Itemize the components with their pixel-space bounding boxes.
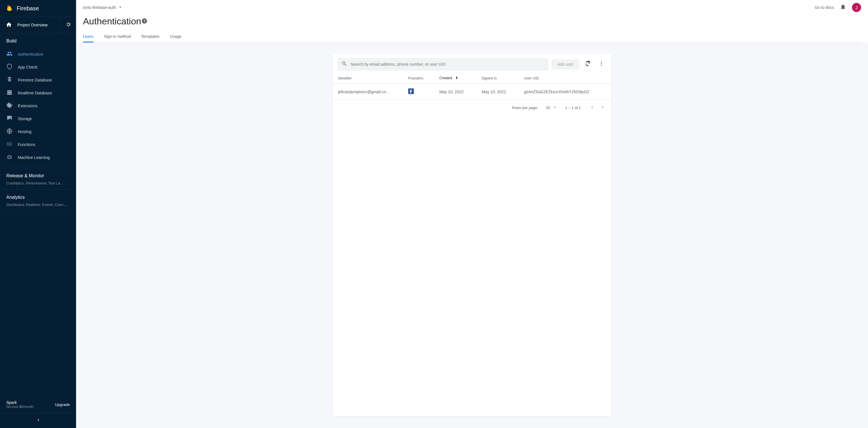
sidebar-item-authentication[interactable]: Authentication xyxy=(0,47,76,61)
tab-users[interactable]: Users xyxy=(83,31,94,42)
topbar: ionic-firebase-auth Go to docs J xyxy=(76,0,868,12)
robot-icon xyxy=(6,154,12,161)
table-row[interactable]: jelicastanojevicc@gmail.co… May 10, 2022… xyxy=(333,84,611,100)
svg-point-6 xyxy=(9,144,10,144)
brand-text: Firebase xyxy=(17,5,39,12)
content: Add user Identifier Providers Created xyxy=(76,42,868,428)
brand[interactable]: Firebase xyxy=(0,0,76,17)
puzzle-icon xyxy=(6,102,12,109)
project-overview-link[interactable]: Project Overview xyxy=(0,18,60,33)
next-page-button[interactable] xyxy=(600,104,606,111)
chevron-left-icon xyxy=(35,417,41,424)
rows-per-page-label: Rows per page: xyxy=(512,105,538,110)
section-title-release[interactable]: Release & Monitor xyxy=(0,168,76,181)
cell-providers xyxy=(403,84,434,100)
cell-created: May 10, 2022 xyxy=(434,84,476,100)
svg-point-14 xyxy=(601,63,601,64)
col-identifier[interactable]: Identifier xyxy=(333,73,403,84)
page-range: 1 – 1 of 1 xyxy=(565,105,581,110)
svg-rect-2 xyxy=(7,94,12,95)
more-vert-icon xyxy=(598,61,604,68)
sidebar: Firebase Project Overview Build Authenti… xyxy=(0,0,76,428)
chevron-left-icon xyxy=(589,104,595,110)
sidebar-label: Firestore Database xyxy=(18,78,52,82)
search-icon xyxy=(342,61,347,68)
svg-point-15 xyxy=(601,65,601,66)
page-head: Authentication ? Users Sign-in method Te… xyxy=(76,12,868,42)
settings-button[interactable] xyxy=(60,17,76,33)
svg-text:?: ? xyxy=(143,19,146,23)
section-title-build[interactable]: Build xyxy=(0,33,76,46)
search-input[interactable] xyxy=(351,62,545,67)
firestore-icon xyxy=(6,76,12,84)
users-table: Identifier Providers Created Signed In U… xyxy=(333,73,611,100)
sidebar-item-functions[interactable]: Functions xyxy=(0,138,76,151)
gear-icon xyxy=(65,22,71,28)
section-sub-analytics: Dashboard, Realtime, Events, Conv… xyxy=(0,203,76,211)
search-field[interactable] xyxy=(338,58,549,71)
collapse-sidebar-button[interactable] xyxy=(0,413,76,428)
cell-user-uid: gzAnZ5uG2EZkxuU0ne6YJ5O9jsG2 xyxy=(519,84,611,100)
sidebar-item-app-check[interactable]: App Check xyxy=(0,61,76,73)
sidebar-label: Realtime Database xyxy=(18,91,52,95)
user-avatar[interactable]: J xyxy=(852,3,861,12)
page-title: Authentication xyxy=(83,16,141,27)
functions-icon xyxy=(6,141,12,148)
go-to-docs-link[interactable]: Go to docs xyxy=(815,5,834,10)
cell-identifier: jelicastanojevicc@gmail.co… xyxy=(333,84,403,100)
facebook-icon xyxy=(408,90,414,95)
col-signed-in[interactable]: Signed In xyxy=(476,73,519,84)
prev-page-button[interactable] xyxy=(589,104,595,111)
sidebar-label: App Check xyxy=(18,65,37,69)
svg-rect-8 xyxy=(8,156,11,158)
tab-usage[interactable]: Usage xyxy=(170,31,181,42)
plan-row: Spark No-cost $0/month Upgrade xyxy=(0,396,76,413)
tab-templates[interactable]: Templates xyxy=(141,31,160,42)
sidebar-item-firestore[interactable]: Firestore Database xyxy=(0,73,76,86)
card-toolbar: Add user xyxy=(333,54,611,73)
project-overview-label: Project Overview xyxy=(17,23,48,27)
svg-rect-1 xyxy=(7,92,12,93)
pager-nav xyxy=(589,104,606,111)
sidebar-label: Functions xyxy=(18,142,35,147)
bell-icon xyxy=(840,4,846,10)
section-title-analytics[interactable]: Analytics xyxy=(0,190,76,203)
nav-build: Authentication App Check Firestore Datab… xyxy=(0,46,76,168)
add-user-button[interactable]: Add user xyxy=(551,59,579,69)
sidebar-label: Machine Learning xyxy=(18,155,50,160)
dropdown-icon xyxy=(118,5,123,11)
sort-descending-icon xyxy=(455,76,459,80)
project-name: ionic-firebase-auth xyxy=(83,5,116,10)
sidebar-item-hosting[interactable]: Hosting xyxy=(0,125,76,138)
col-created[interactable]: Created xyxy=(434,73,476,84)
topbar-right: Go to docs J xyxy=(815,3,861,12)
more-menu-button[interactable] xyxy=(596,59,607,70)
project-overview-row: Project Overview xyxy=(0,17,76,33)
sidebar-item-storage[interactable]: Storage xyxy=(0,112,76,125)
project-selector[interactable]: ionic-firebase-auth xyxy=(83,5,123,11)
sidebar-label: Extensions xyxy=(18,104,37,108)
help-button[interactable]: ? xyxy=(141,18,148,25)
svg-rect-0 xyxy=(7,90,12,92)
col-providers[interactable]: Providers xyxy=(403,73,434,84)
main: ionic-firebase-auth Go to docs J Authent… xyxy=(76,0,868,428)
upgrade-button[interactable]: Upgrade xyxy=(55,402,70,407)
svg-point-7 xyxy=(10,144,11,144)
pagination: Rows per page: 50 1 – 1 of 1 xyxy=(333,100,611,116)
refresh-button[interactable] xyxy=(582,59,593,70)
tabs: Users Sign-in method Templates Usage xyxy=(83,31,861,42)
help-icon: ? xyxy=(141,18,148,24)
dropdown-icon xyxy=(553,105,557,110)
col-user-uid[interactable]: User UID xyxy=(519,73,611,84)
users-card: Add user Identifier Providers Created xyxy=(333,54,611,417)
cell-signed-in: May 10, 2022 xyxy=(476,84,519,100)
sidebar-label: Hosting xyxy=(18,129,31,134)
avatar-initial: J xyxy=(856,5,858,10)
table-header-row: Identifier Providers Created Signed In U… xyxy=(333,73,611,84)
notifications-button[interactable] xyxy=(840,4,846,11)
sidebar-item-extensions[interactable]: Extensions xyxy=(0,99,76,112)
rows-per-page-select[interactable]: 50 xyxy=(546,105,557,110)
sidebar-item-ml[interactable]: Machine Learning xyxy=(0,151,76,164)
tab-sign-in-method[interactable]: Sign-in method xyxy=(104,31,131,42)
sidebar-item-realtime-db[interactable]: Realtime Database xyxy=(0,86,76,99)
